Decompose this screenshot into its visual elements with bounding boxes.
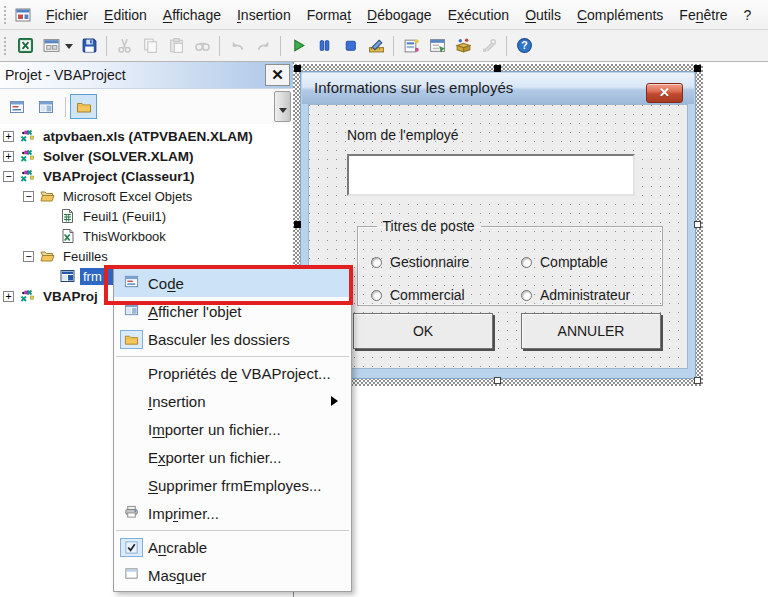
userform-close-button[interactable]: ✕: [646, 83, 683, 103]
folder-open-icon: [39, 248, 56, 264]
context-menu-item-afficher-objet[interactable]: Afficher l'objet: [114, 297, 351, 325]
employee-name-input[interactable]: [347, 154, 635, 196]
project-explorer-icon[interactable]: [399, 34, 423, 58]
project-panel-scroll-button[interactable]: [274, 91, 291, 122]
radio-option-commercial[interactable]: Commercial: [371, 287, 521, 303]
userform-selection-border: Informations sur les employés ✕ Nom de l…: [293, 64, 703, 386]
tree-item-solver[interactable]: +Solver (SOLVER.XLAM): [0, 146, 293, 166]
context-menu-item-code[interactable]: Code: [114, 269, 351, 297]
tree-item-label: ThisWorkbook: [80, 228, 169, 245]
menubar-item-insertion[interactable]: Insertion: [229, 2, 299, 28]
workbook-icon: [59, 228, 76, 244]
tree-expand-toggle[interactable]: +: [3, 151, 14, 162]
tree-item-microsoft-excel-objets[interactable]: −Microsoft Excel Objets: [0, 186, 293, 206]
resize-handle-top-right[interactable]: [694, 65, 701, 72]
context-menu-item-supprimer-frmemployes[interactable]: Supprimer frmEmployes...: [114, 471, 351, 499]
resize-handle-bottom-right[interactable]: [694, 377, 701, 384]
insert-userform-icon[interactable]: [39, 34, 63, 58]
toolbar-separator: [219, 36, 220, 56]
design-mode-icon[interactable]: [364, 34, 388, 58]
toolbar-separator: [506, 36, 507, 56]
dropdown-arrow-icon[interactable]: [65, 44, 73, 53]
context-menu-item-exporter-fichier[interactable]: Exporter un fichier...: [114, 443, 351, 471]
context-menu-item-imprimer[interactable]: Imprimer...: [114, 499, 351, 527]
radio-button-icon[interactable]: [371, 257, 382, 268]
toolbar-grip[interactable]: [3, 36, 8, 56]
context-menu-item-basculer-dossiers[interactable]: Basculer les dossiers: [114, 325, 351, 353]
radio-button-icon[interactable]: [521, 290, 532, 301]
toolbox-icon: [477, 34, 501, 58]
reset-icon[interactable]: [338, 34, 362, 58]
menubar-grip[interactable]: [3, 5, 8, 25]
resize-handle-right-middle[interactable]: [694, 221, 701, 228]
main-toolbar: ?: [0, 30, 768, 62]
context-menu-item-label: Masquer: [148, 567, 351, 584]
cancel-button[interactable]: ANNULER: [521, 313, 661, 349]
project-icon: [19, 168, 36, 184]
menubar-item-fenetre[interactable]: Fenêtre: [671, 2, 735, 28]
menubar-item-edition[interactable]: Edition: [96, 2, 155, 28]
radio-option-comptable[interactable]: Comptable: [521, 254, 654, 270]
job-titles-frame: Titres de poste GestionnaireComptableCom…: [357, 218, 663, 306]
svg-text:?: ?: [521, 39, 527, 51]
tree-item-feuilles[interactable]: −Feuilles: [0, 246, 293, 266]
project-panel-close-button[interactable]: ✕: [265, 64, 290, 86]
menubar-item-fichier[interactable]: Fichier: [38, 2, 96, 28]
properties-window-icon[interactable]: [425, 34, 449, 58]
context-menu-item-label: Supprimer frmEmployes...: [148, 477, 351, 494]
project-panel-toolbar: [0, 89, 293, 124]
excel-icon[interactable]: [13, 34, 37, 58]
tree-expand-toggle[interactable]: +: [3, 131, 14, 142]
context-menu-item-label: Insertion: [148, 393, 331, 410]
resize-handle-left-middle[interactable]: [294, 221, 301, 228]
radio-option-label: Commercial: [390, 287, 465, 303]
menubar-item-affichage[interactable]: Affichage: [155, 2, 229, 28]
toolbar-separator: [106, 36, 107, 56]
help-icon[interactable]: ?: [512, 34, 536, 58]
menubar-item-complements[interactable]: Compléments: [569, 2, 671, 28]
context-menu-item-importer-fichier[interactable]: Importer un fichier...: [114, 415, 351, 443]
radio-button-icon[interactable]: [521, 257, 532, 268]
menubar-item-aide[interactable]: ?: [736, 2, 760, 28]
resize-handle-top-left[interactable]: [294, 65, 301, 72]
context-menu-item-masquer[interactable]: Masquer: [114, 561, 351, 589]
project-context-menu: CodeAfficher l'objetBasculer les dossier…: [113, 266, 352, 592]
job-titles-radio-group: GestionnaireComptableCommercialAdministr…: [371, 254, 654, 303]
tree-expand-toggle[interactable]: −: [23, 191, 34, 202]
tree-expand-toggle[interactable]: +: [3, 291, 14, 302]
radio-button-icon[interactable]: [371, 290, 382, 301]
radio-option-gestionnaire[interactable]: Gestionnaire: [371, 254, 521, 270]
menubar-item-execution[interactable]: Exécution: [440, 2, 518, 28]
save-icon[interactable]: [77, 34, 101, 58]
tree-item-vbaproject-classeur1[interactable]: −VBAProject (Classeur1): [0, 166, 293, 186]
tree-item-atpvbaen[interactable]: +atpvbaen.xls (ATPVBAEN.XLAM): [0, 126, 293, 146]
context-menu-item-ancrable[interactable]: Ancrable: [114, 533, 351, 561]
menubar-item-format[interactable]: Format: [299, 2, 359, 28]
radio-option-label: Administrateur: [540, 287, 630, 303]
userform-window-icon[interactable]: [14, 7, 32, 23]
view-code-icon[interactable]: [3, 94, 30, 119]
tree-item-thisworkbook[interactable]: ThisWorkbook: [0, 226, 293, 246]
tree-item-feuil1[interactable]: Feuil1 (Feuil1): [0, 206, 293, 226]
tree-expand-toggle[interactable]: −: [23, 251, 34, 262]
radio-option-label: Comptable: [540, 254, 608, 270]
sheet-icon: [59, 208, 76, 224]
break-icon[interactable]: [312, 34, 336, 58]
tree-expand-toggle[interactable]: −: [3, 171, 14, 182]
undo-icon: [225, 34, 249, 58]
context-menu-item-proprietes-vbaproject[interactable]: Propriétés de VBAProject...: [114, 359, 351, 387]
menubar-item-debogage[interactable]: Débogage: [359, 2, 440, 28]
resize-handle-bottom-center[interactable]: [494, 377, 501, 384]
menubar-item-outils[interactable]: Outils: [517, 2, 569, 28]
tree-item-label: atpvbaen.xls (ATPVBAEN.XLAM): [40, 128, 256, 145]
run-icon[interactable]: [286, 34, 310, 58]
context-menu-item-label: Propriétés de VBAProject...: [148, 365, 351, 382]
vba-editor-window: FichierEditionAffichageInsertionFormatDé…: [0, 0, 768, 597]
context-menu-item-insertion[interactable]: Insertion: [114, 387, 351, 415]
view-object-icon[interactable]: [32, 94, 59, 119]
ok-button[interactable]: OK: [353, 313, 493, 349]
object-browser-icon[interactable]: [451, 34, 475, 58]
radio-option-administrateur[interactable]: Administrateur: [521, 287, 654, 303]
toggle-folders-icon[interactable]: [70, 94, 97, 119]
resize-handle-top-center[interactable]: [494, 65, 501, 72]
